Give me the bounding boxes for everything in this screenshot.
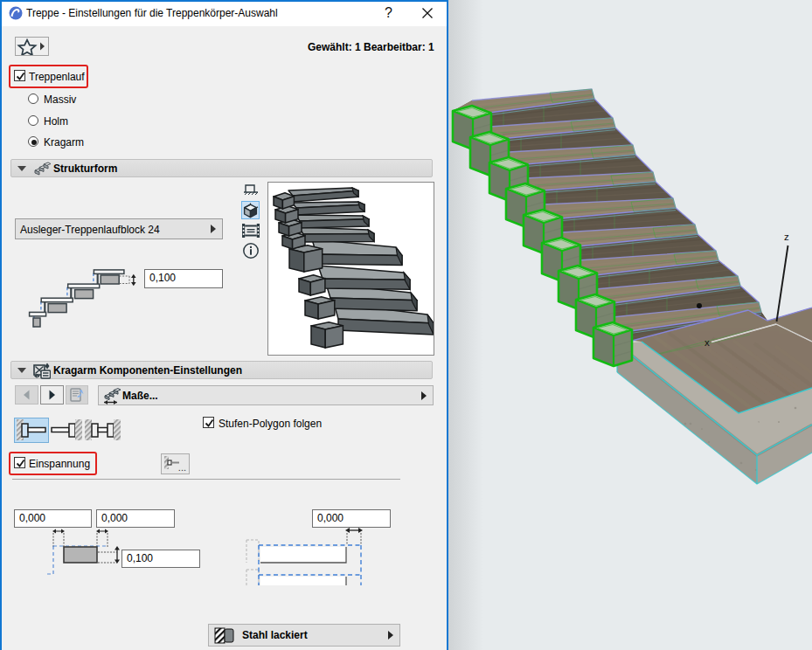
svg-text:z: z [784, 232, 789, 242]
svg-text:x: x [704, 337, 710, 348]
